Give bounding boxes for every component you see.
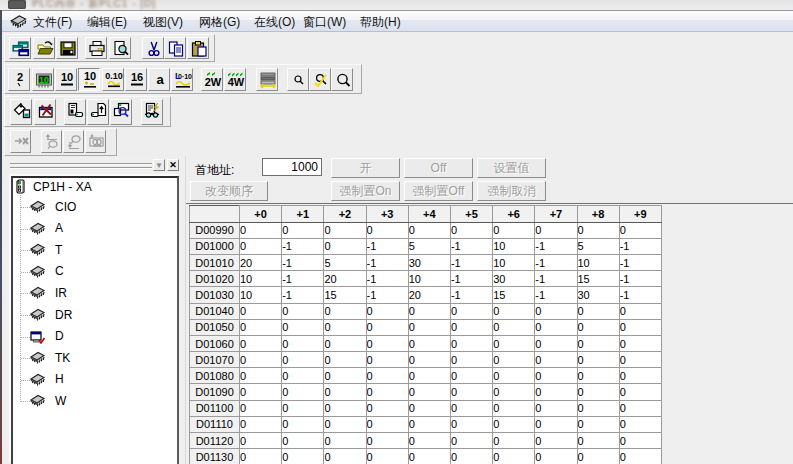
svg-text:2W: 2W <box>205 76 222 88</box>
svg-text:10: 10 <box>39 74 49 84</box>
svg-text:16: 16 <box>131 71 143 83</box>
svg-text:10: 10 <box>61 71 73 83</box>
svg-text:a: a <box>156 72 164 87</box>
svg-text:10: 10 <box>84 71 96 82</box>
svg-text:0·10: 0·10 <box>178 72 192 79</box>
svg-text:2: 2 <box>17 71 23 83</box>
svg-text:4W: 4W <box>228 76 245 88</box>
svg-text:0.10: 0.10 <box>105 71 123 81</box>
